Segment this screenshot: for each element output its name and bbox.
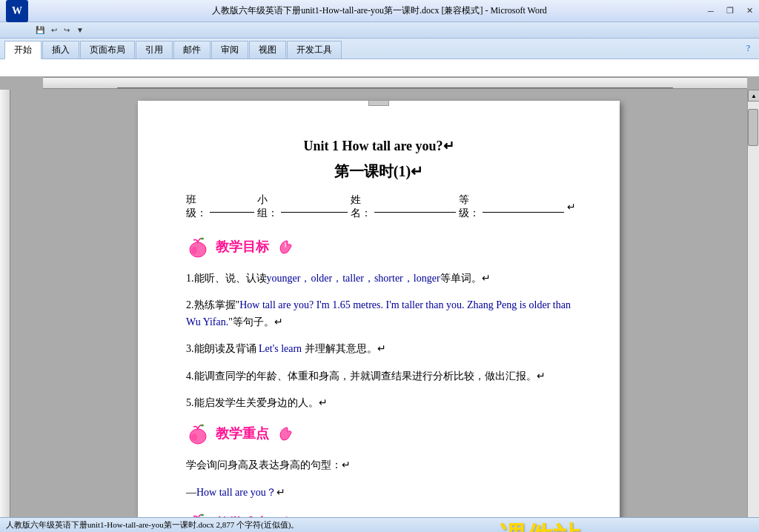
save-icon[interactable]: 💾 <box>33 25 47 35</box>
svg-point-1 <box>191 247 197 254</box>
vertical-scrollbar: ▲ ▼ <box>747 90 759 532</box>
tab-review[interactable]: 审阅 <box>211 41 248 59</box>
svg-rect-3 <box>285 242 286 247</box>
horizontal-ruler-row <box>0 76 759 90</box>
title-text: Unit 1 How tall are you?↵ <box>303 139 454 153</box>
document-page: Unit 1 How tall are you?↵ 第一课时(1)↵ 班级： 小… <box>138 101 620 532</box>
status-text: 人教版六年级英语下册unit1-How-tall-are-you第一课时.doc… <box>6 519 299 531</box>
class-label: 班级： <box>186 193 207 220</box>
document-area: Unit 1 How tall are you?↵ 第一课时(1)↵ 班级： 小… <box>10 90 747 532</box>
scroll-track[interactable] <box>748 102 759 520</box>
hand-icon-1 <box>275 236 296 257</box>
document-title: Unit 1 How tall are you?↵ <box>186 138 571 154</box>
apple-icon-1 <box>186 235 210 259</box>
group-field[interactable] <box>281 201 348 213</box>
section2-heading-text: 教学重点 <box>216 425 269 442</box>
name-field[interactable] <box>374 201 456 213</box>
tab-page-layout[interactable]: 页面布局 <box>80 41 135 59</box>
ribbon-content <box>0 59 759 76</box>
ribbon-tabs: 开始 插入 页面布局 引用 邮件 审阅 视图 开发工具 ? <box>0 39 759 59</box>
watermark: 课件站 www.kjzhan.com <box>500 523 583 532</box>
apple-icon-2 <box>186 422 210 445</box>
title-bar-text: 人教版六年级英语下册unit1-How-tall-are-you第一课时.doc… <box>212 4 547 17</box>
point-2: 2.熟练掌握"How tall are you? I'm 1.65 metres… <box>186 297 571 330</box>
point-4: 4.能调查同学的年龄、体重和身高，并就调查结果进行分析比较，做出汇报。↵ <box>186 368 571 385</box>
svg-point-9 <box>201 514 204 516</box>
form-line: 班级： 小组： 姓名： 等级： ↵ <box>186 193 571 220</box>
vertical-ruler <box>0 90 10 532</box>
document-subtitle: 第一课时(1)↵ <box>186 162 571 182</box>
window-controls: ─ ❐ ✕ <box>701 4 759 19</box>
point-1: 1.能听、说、认读younger，older，taller，shorter，lo… <box>186 270 571 287</box>
point-5: 5.能启发学生关爱身边的人。↵ <box>186 395 571 411</box>
close-button[interactable]: ✕ <box>740 4 759 19</box>
undo-icon[interactable]: ↩ <box>49 25 59 35</box>
document-scroll-area: Unit 1 How tall are you?↵ 第一课时(1)↵ 班级： 小… <box>10 90 747 532</box>
ruler-right-space <box>747 76 759 90</box>
grade-label: 等级： <box>459 193 480 220</box>
svg-point-5 <box>191 433 197 441</box>
app-icon: W <box>6 0 28 22</box>
watermark-text: 课件站 <box>500 523 583 532</box>
hand-icon-2 <box>275 423 296 444</box>
section1-heading-text: 教学目标 <box>216 238 269 256</box>
ruler-corner <box>0 76 43 90</box>
tab-developer[interactable]: 开发工具 <box>287 41 342 59</box>
redo-icon[interactable]: ↪ <box>62 25 72 35</box>
svg-point-6 <box>201 425 204 427</box>
title-bar: W 人教版六年级英语下册unit1-How-tall-are-you第一课时.d… <box>0 0 759 22</box>
help-icon[interactable]: ? <box>742 41 755 59</box>
tab-references[interactable]: 引用 <box>136 41 173 59</box>
tab-start[interactable]: 开始 <box>4 41 42 59</box>
scroll-up-button[interactable]: ▲ <box>748 90 759 102</box>
quick-access-toolbar: 💾 ↩ ↪ ▼ <box>0 22 759 39</box>
minimize-button[interactable]: ─ <box>701 4 720 19</box>
page-top-indicator <box>368 100 389 106</box>
horizontal-ruler <box>43 77 747 89</box>
scroll-thumb[interactable] <box>748 109 758 146</box>
section2-example: —How tall are you？↵ <box>186 485 571 501</box>
app-window: W 人教版六年级英语下册unit1-How-tall-are-you第一课时.d… <box>0 0 759 532</box>
dropdown-arrow[interactable]: ▼ <box>74 25 86 35</box>
main-content-row: Unit 1 How tall are you?↵ 第一课时(1)↵ 班级： 小… <box>0 90 759 532</box>
name-label: 姓名： <box>351 193 371 220</box>
svg-point-2 <box>201 238 204 240</box>
section1-heading: 教学目标 <box>186 235 571 259</box>
tab-view[interactable]: 视图 <box>249 41 286 59</box>
section2-heading: 教学重点 <box>186 422 571 445</box>
restore-button[interactable]: ❐ <box>720 4 740 19</box>
section2-content: 学会询问身高及表达身高的句型：↵ <box>186 457 571 473</box>
section2-content-text: 学会询问身高及表达身高的句型：↵ <box>186 459 351 471</box>
group-label: 小组： <box>257 193 278 220</box>
grade-field[interactable] <box>483 201 564 213</box>
tab-insert[interactable]: 插入 <box>42 41 79 59</box>
status-bar: 人教版六年级英语下册unit1-How-tall-are-you第一课时.doc… <box>0 517 759 532</box>
line-end-1: ↵ <box>567 201 576 213</box>
ribbon: 开始 插入 页面布局 引用 邮件 审阅 视图 开发工具 ? <box>0 39 759 76</box>
subtitle-text: 第一课时(1)↵ <box>334 163 423 179</box>
class-field[interactable] <box>210 201 254 213</box>
point-3: 3.能朗读及背诵 Let's learn 并理解其意思。↵ <box>186 341 571 357</box>
tab-mailings[interactable]: 邮件 <box>173 41 211 59</box>
